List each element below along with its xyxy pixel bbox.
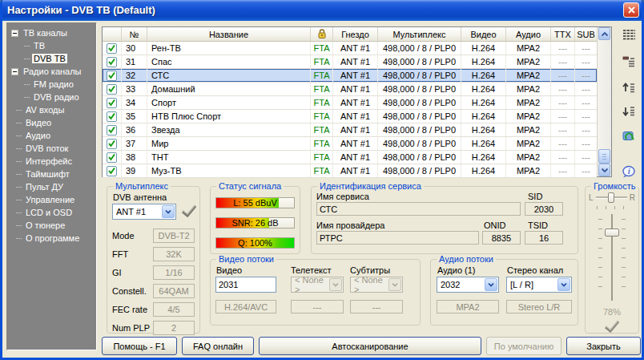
close-window-button[interactable] bbox=[623, 2, 639, 18]
header-multiplex[interactable]: Мультиплекс bbox=[378, 27, 461, 41]
sidebar-item-тв-каналы[interactable]: ТВ каналы bbox=[11, 26, 96, 39]
sidebar-item-о-программе[interactable]: О программе bbox=[16, 232, 96, 245]
scrollbar-thumb[interactable] bbox=[598, 149, 610, 164]
sidebar-item-пульт-ду[interactable]: Пульт ДУ bbox=[16, 180, 96, 193]
rescan-channels-button[interactable] bbox=[621, 128, 637, 144]
antenna-select[interactable]: ANT #1 bbox=[112, 204, 176, 220]
balance-slider[interactable] bbox=[596, 196, 627, 199]
move-channel-up-button[interactable] bbox=[621, 79, 637, 95]
header-audio[interactable]: Аудио bbox=[506, 27, 551, 41]
remove-channel-button[interactable] bbox=[621, 53, 637, 69]
channel-checkbox[interactable] bbox=[107, 111, 117, 122]
sidebar-item-lcd-и-osd[interactable]: LCD и OSD bbox=[16, 206, 96, 219]
dropdown-button[interactable] bbox=[485, 278, 497, 291]
sidebar-item-о-тюнере[interactable]: О тюнере bbox=[16, 219, 96, 232]
sidebar-item-dvb-поток[interactable]: DVB поток bbox=[16, 142, 96, 155]
dropdown-button[interactable] bbox=[162, 205, 175, 218]
volume-slider[interactable] bbox=[611, 214, 613, 301]
apply-volume-button[interactable] bbox=[604, 320, 620, 336]
service-name-label: Имя сервиса bbox=[316, 192, 369, 201]
sidebar-item-label: Пульт ДУ bbox=[24, 182, 65, 192]
apply-antenna-button[interactable] bbox=[181, 204, 197, 220]
channel-socket-cell: ANT #1 bbox=[333, 110, 378, 123]
channel-audio-cell: MPA2 bbox=[506, 42, 551, 55]
move-channel-down-button[interactable] bbox=[621, 104, 637, 120]
table-row[interactable]: 32 СТС FTA ANT #1 498,000 / 8 / PLP0 H.2… bbox=[103, 69, 597, 83]
header-number[interactable]: № bbox=[122, 27, 147, 41]
table-row[interactable]: 38 ТНТ FTA ANT #1 498,000 / 8 / PLP0 H.2… bbox=[103, 151, 597, 164]
audio-pid-select[interactable]: 2032 bbox=[437, 277, 499, 293]
header-check-column[interactable] bbox=[103, 27, 122, 41]
sidebar-item-тв[interactable]: ТВ bbox=[24, 39, 96, 52]
sidebar-item-видео[interactable]: Видео bbox=[16, 116, 96, 129]
faq-button[interactable]: FAQ онлайн bbox=[182, 337, 254, 355]
volume-slider-thumb[interactable] bbox=[605, 229, 619, 237]
channel-checkbox[interactable] bbox=[107, 139, 117, 149]
channel-access-cell: FTA bbox=[311, 83, 333, 95]
channel-checkbox[interactable] bbox=[107, 125, 117, 136]
sidebar-item-аудио[interactable]: Аудио bbox=[16, 129, 96, 142]
channel-checkbox[interactable] bbox=[107, 152, 117, 163]
table-row[interactable]: 36 Звезда FTA ANT #1 498,000 / 8 / PLP0 … bbox=[103, 123, 597, 137]
channel-checkbox[interactable] bbox=[107, 57, 117, 67]
channel-ttx-cell: --- bbox=[551, 96, 575, 109]
table-scrollbar[interactable] bbox=[597, 27, 611, 176]
sidebar-item-радио-каналы[interactable]: Радио каналы bbox=[11, 65, 96, 78]
sidebar-item-dvb-радио[interactable]: DVB радио bbox=[24, 91, 96, 103]
header-ttx[interactable]: TTX bbox=[551, 27, 575, 41]
help-button[interactable]: Помощь - F1 bbox=[102, 337, 177, 355]
channel-checkbox[interactable] bbox=[107, 84, 117, 95]
channel-sub-cell: --- bbox=[575, 151, 597, 164]
stereo-mode-value: Stereo L/R bbox=[506, 300, 572, 313]
scroll-down-button[interactable] bbox=[598, 164, 610, 176]
sidebar-item-интерфейс[interactable]: Интерфейс bbox=[16, 155, 96, 168]
sidebar-item-fm-радио[interactable]: FM радио bbox=[24, 78, 96, 91]
titlebar[interactable]: Настройки - DVB ТВ (Default) bbox=[0, 0, 644, 21]
channel-multiplex-cell: 498,000 / 8 / PLP0 bbox=[378, 151, 461, 164]
table-row[interactable]: 35 НТВ Плюс Спорт FTA ANT #1 498,000 / 8… bbox=[103, 110, 597, 123]
channel-name-cell: Домашний bbox=[147, 83, 311, 95]
sidebar-item-dvb-тв[interactable]: DVB ТВ bbox=[24, 52, 96, 65]
channel-checkbox[interactable] bbox=[107, 98, 117, 108]
sid-value: 2030 bbox=[525, 202, 563, 216]
channel-ttx-cell: --- bbox=[551, 137, 575, 150]
channel-sub-cell: --- bbox=[575, 42, 597, 55]
table-row[interactable]: 30 Рен-ТВ FTA ANT #1 498,000 / 8 / PLP0 … bbox=[103, 42, 597, 55]
balance-slider-thumb[interactable] bbox=[608, 192, 614, 203]
channel-checkbox[interactable] bbox=[107, 166, 117, 176]
sidebar-item-av-входы[interactable]: AV входы bbox=[16, 103, 96, 116]
table-row[interactable]: 39 Муз-ТВ FTA ANT #1 498,000 / 8 / PLP0 … bbox=[103, 164, 597, 178]
header-name[interactable]: Название bbox=[147, 27, 311, 41]
video-codec-value: H.264/AVC bbox=[215, 300, 276, 313]
autoscan-button[interactable]: Автосканирование bbox=[259, 337, 481, 355]
sidebar-item-управление[interactable]: Управление bbox=[16, 193, 96, 206]
tree-connector bbox=[16, 110, 22, 111]
info-button[interactable]: i bbox=[621, 164, 637, 180]
channel-table: № Название Гнездо Мультиплекс Видео Ауди… bbox=[102, 26, 612, 177]
scroll-up-button[interactable] bbox=[598, 27, 610, 40]
tree-connector bbox=[16, 187, 22, 188]
sidebar-item-таймшифт[interactable]: Таймшифт bbox=[16, 168, 96, 180]
sidebar-item-label: Управление bbox=[24, 195, 76, 204]
header-lock[interactable] bbox=[311, 27, 333, 41]
header-socket[interactable]: Гнездо bbox=[333, 27, 378, 41]
volume-percent: 78% bbox=[586, 307, 638, 317]
table-row[interactable]: 33 Домашний FTA ANT #1 498,000 / 8 / PLP… bbox=[103, 83, 597, 96]
close-dialog-button[interactable]: Закрыть bbox=[566, 337, 641, 355]
video-pid-input[interactable] bbox=[215, 277, 276, 293]
dropdown-button[interactable] bbox=[557, 278, 570, 291]
list-view-button[interactable] bbox=[621, 26, 637, 42]
channel-checkbox[interactable] bbox=[107, 71, 117, 81]
table-row[interactable]: 31 Спас FTA ANT #1 498,000 / 8 / PLP0 H.… bbox=[103, 55, 597, 69]
channel-ttx-cell: --- bbox=[551, 83, 575, 95]
tree-connector bbox=[16, 174, 22, 175]
table-row[interactable]: 34 Спорт FTA ANT #1 498,000 / 8 / PLP0 H… bbox=[103, 96, 597, 110]
stereo-channel-select[interactable]: [L / R] bbox=[506, 277, 572, 293]
channel-checkbox[interactable] bbox=[107, 43, 117, 54]
table-row[interactable]: 37 Мир FTA ANT #1 498,000 / 8 / PLP0 H.2… bbox=[103, 137, 597, 151]
channel-table-header[interactable]: № Название Гнездо Мультиплекс Видео Ауди… bbox=[103, 27, 611, 42]
header-sub[interactable]: SUB bbox=[575, 27, 597, 41]
channel-enabled-cell bbox=[103, 55, 122, 68]
header-video[interactable]: Видео bbox=[461, 27, 506, 41]
tree-connector bbox=[16, 238, 22, 239]
